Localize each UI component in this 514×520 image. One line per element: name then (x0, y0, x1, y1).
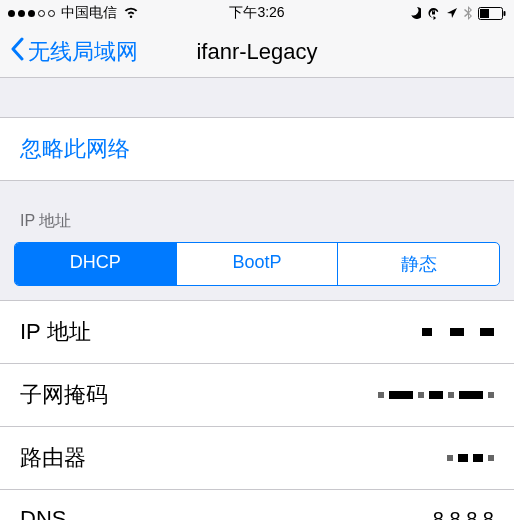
subnet-mask-value (378, 391, 494, 399)
status-bar: 中国电信 下午3:26 (0, 0, 514, 26)
ip-address-value (422, 328, 494, 336)
dns-label: DNS (20, 506, 66, 520)
ip-fields: IP 地址 子网掩码 路由器 DNS 8.8.8.8 (0, 300, 514, 520)
ip-address-row[interactable]: IP 地址 (0, 301, 514, 364)
router-row[interactable]: 路由器 (0, 427, 514, 490)
section-gap (0, 181, 514, 211)
svg-rect-3 (504, 11, 506, 16)
dns-row[interactable]: DNS 8.8.8.8 (0, 490, 514, 520)
bluetooth-icon (464, 6, 472, 20)
spacer (0, 78, 514, 118)
subnet-mask-row[interactable]: 子网掩码 (0, 364, 514, 427)
segment-bootp[interactable]: BootP (177, 243, 339, 285)
ip-section-header: IP 地址 (0, 211, 514, 242)
ip-address-label: IP 地址 (20, 317, 91, 347)
forget-network-label: 忽略此网络 (20, 136, 130, 161)
wifi-icon (123, 7, 139, 19)
segment-static[interactable]: 静态 (338, 243, 499, 285)
dns-value: 8.8.8.8 (433, 508, 494, 521)
svg-rect-2 (480, 9, 489, 18)
battery-icon (478, 7, 506, 20)
router-label: 路由器 (20, 443, 86, 473)
do-not-disturb-icon (409, 7, 421, 19)
chevron-left-icon (10, 37, 24, 67)
back-button[interactable]: 无线局域网 (10, 37, 138, 67)
status-left: 中国电信 (8, 4, 139, 22)
nav-header: 无线局域网 ifanr-Legacy (0, 26, 514, 78)
segment-dhcp[interactable]: DHCP (15, 243, 177, 285)
forget-network-button[interactable]: 忽略此网络 (0, 118, 514, 181)
orientation-lock-icon (427, 7, 440, 20)
signal-strength-icon (8, 10, 55, 17)
location-icon (446, 7, 458, 19)
status-right (409, 6, 506, 20)
ip-mode-segmented-control: DHCP BootP 静态 (14, 242, 500, 286)
back-label: 无线局域网 (28, 37, 138, 67)
router-value (447, 454, 494, 462)
carrier-label: 中国电信 (61, 4, 117, 22)
subnet-mask-label: 子网掩码 (20, 380, 108, 410)
